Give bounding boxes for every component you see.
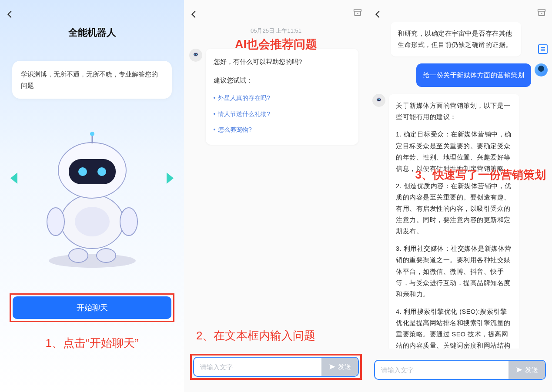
send-label: 发送 xyxy=(525,366,538,374)
try-label: 建议您试试： xyxy=(214,74,351,87)
chat-input[interactable] xyxy=(375,361,509,379)
archive-icon[interactable] xyxy=(353,8,362,19)
svg-point-8 xyxy=(97,167,106,176)
svg-point-11 xyxy=(47,208,64,236)
svg-point-19 xyxy=(194,54,195,55)
screen-intro: 全能机器人 学识渊博，无所不通，无所不晓，专业解答您的问题 xyxy=(0,0,184,392)
intro-bubble: 学识渊博，无所不通，无所不晓，专业解答您的问题 xyxy=(12,61,172,99)
start-chat-button[interactable]: 开始聊天 xyxy=(13,296,171,319)
suggestion-link[interactable]: 外星人真的存在吗? xyxy=(214,90,351,106)
bot-message-tail: 和研究，以确定在宇宙中是否存在其他生命形式，但目前仍缺乏确凿的证据。 xyxy=(391,22,521,56)
start-button-highlight: 开始聊天 xyxy=(10,293,174,322)
svg-point-12 xyxy=(120,208,137,236)
welcome-message-row: 您好，有什么可以帮助您的吗? 建议您试试： 外星人真的存在吗? 情人节送什么礼物… xyxy=(189,49,358,145)
bot-avatar-icon xyxy=(372,94,385,107)
archive-icon[interactable] xyxy=(537,8,546,19)
greeting-text: 您好，有什么可以帮助您的吗? xyxy=(214,56,351,68)
chat-timestamp: 05月25日 上午11:51 xyxy=(184,27,368,35)
annotation-step2: 2、在文本框内输入问题 xyxy=(196,328,315,343)
svg-point-13 xyxy=(69,249,88,262)
svg-rect-6 xyxy=(69,159,116,184)
svg-rect-18 xyxy=(194,53,197,56)
send-button[interactable]: 发送 xyxy=(509,361,545,379)
svg-point-26 xyxy=(379,99,380,100)
bot-msg-point: 3. 利用社交媒体：社交媒体是新媒体营销的重要渠道之一。要利用各种社交媒体平台，… xyxy=(396,243,512,299)
bot-msg-intro: 关于新媒体方面的营销策划，以下是一些可能有用的建议： xyxy=(396,100,512,123)
svg-point-10 xyxy=(90,132,94,136)
chat-input[interactable] xyxy=(194,358,321,376)
send-label: 发送 xyxy=(338,363,351,371)
welcome-card: 您好，有什么可以帮助您的吗? 建议您试试： 外星人真的存在吗? 情人节送什么礼物… xyxy=(206,49,358,145)
bot-message: 关于新媒体方面的营销策划，以下是一些可能有用的建议： 1. 确定目标受众：在新媒… xyxy=(389,94,519,349)
user-avatar-icon xyxy=(535,63,548,76)
input-highlight: 发送 xyxy=(190,354,362,380)
svg-point-14 xyxy=(97,249,116,262)
annotation-step3: 3、快速写了一份营销策划 xyxy=(415,167,546,183)
suggestion-link[interactable]: 情人节送什么礼物? xyxy=(214,106,351,122)
screen-result: 和研究，以确定在宇宙中是否存在其他生命形式，但目前仍缺乏确凿的证据。 给一份关于… xyxy=(368,0,552,392)
send-button[interactable]: 发送 xyxy=(321,358,358,376)
svg-point-4 xyxy=(75,207,110,236)
svg-rect-24 xyxy=(377,99,381,101)
page-title: 全能机器人 xyxy=(0,26,184,39)
chat-scroll-area[interactable]: 和研究，以确定在宇宙中是否存在其他生命形式，但目前仍缺乏确凿的证据。 给一份关于… xyxy=(368,22,552,349)
screen-suggestions: 05月25日 上午11:51 AI也会推荐问题 您好，有什么可以帮助您的吗? 建… xyxy=(184,0,368,392)
bot-msg-point: 4. 利用搜索引擎优化 (SEO):搜索引擎优化是提高网站排名和搜索引擎流量的重… xyxy=(396,306,512,349)
chat-input-bar: 发送 xyxy=(193,357,359,377)
chat-input-bar: 发送 xyxy=(374,360,546,380)
bot-msg-point: 2. 创造优质内容：在新媒体营销中，优质的内容是至关重要的。要创造有趣、有用、有… xyxy=(396,180,512,237)
svg-point-7 xyxy=(78,167,87,176)
annotation-ai-suggest: AI也会推荐问题 xyxy=(184,37,368,52)
user-message: 给一份关于新媒体方面的营销策划 xyxy=(416,63,532,87)
robot-illustration xyxy=(0,122,184,278)
annotation-step1: 1、点击“开始聊天” xyxy=(0,336,184,351)
back-button[interactable] xyxy=(5,10,15,21)
svg-point-2 xyxy=(49,254,136,268)
back-button[interactable] xyxy=(373,10,383,21)
svg-point-25 xyxy=(378,99,378,100)
suggestion-link[interactable]: 怎么养宠物? xyxy=(214,122,351,138)
input-wrap: 发送 xyxy=(374,360,546,380)
svg-point-20 xyxy=(196,54,197,55)
back-button[interactable] xyxy=(189,10,199,21)
